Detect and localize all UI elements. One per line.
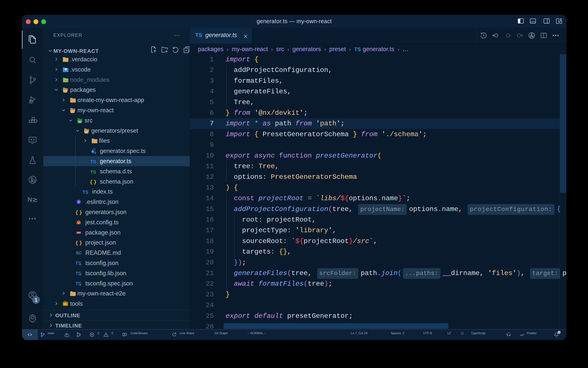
svg-text:TS: TS bbox=[82, 190, 88, 195]
svg-text:TS: TS bbox=[90, 159, 96, 164]
svg-text:{ }: { } bbox=[90, 180, 96, 184]
svg-text:TS: TS bbox=[92, 151, 96, 154]
svg-text:npm: npm bbox=[77, 231, 81, 234]
svg-text:{ }: { } bbox=[76, 210, 82, 215]
svg-text:TS: TS bbox=[90, 169, 96, 174]
svg-text:js: js bbox=[65, 79, 66, 81]
svg-text:{ }: { } bbox=[76, 240, 82, 246]
